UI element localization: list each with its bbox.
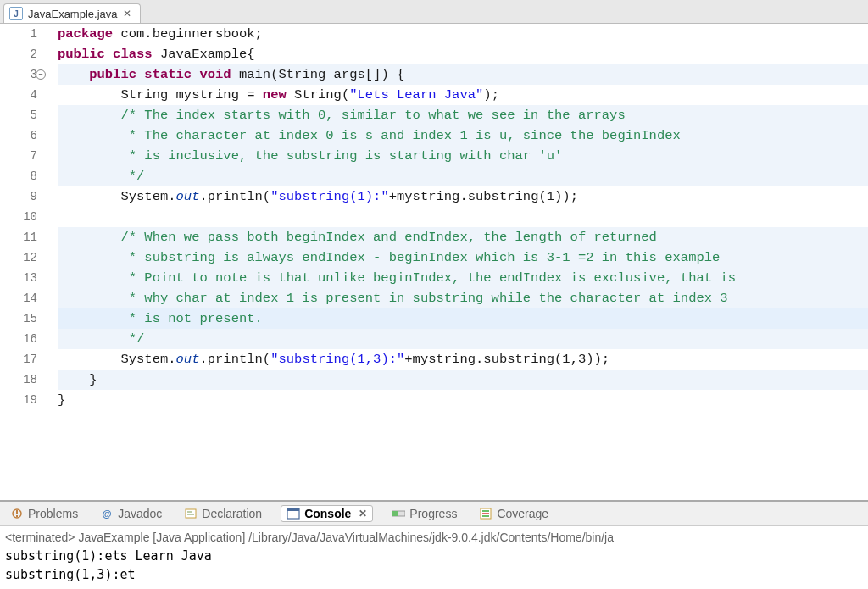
code-content[interactable]: package com.beginnersbook;public class J…	[46, 24, 868, 500]
line-number-gutter: 123–45678910111213141516171819	[0, 24, 46, 500]
tab-label: Problems	[28, 507, 78, 520]
line-number: 13	[0, 268, 37, 288]
editor-area[interactable]: 123–45678910111213141516171819 package c…	[0, 24, 868, 500]
tab-progress[interactable]: Progress	[388, 505, 460, 522]
code-line[interactable]: * is not present.	[58, 308, 868, 329]
tab-declaration[interactable]: Declaration	[181, 505, 265, 522]
line-number: 6	[0, 125, 37, 146]
line-number: 11	[0, 227, 37, 247]
svg-rect-7	[287, 508, 299, 511]
code-line[interactable]: System.out.println("substring(1):"+mystr…	[58, 186, 868, 207]
tab-label: Coverage	[497, 507, 548, 520]
line-number: 9	[0, 186, 37, 207]
code-line[interactable]: * Point to note is that unlike beginInde…	[58, 268, 868, 288]
progress-icon	[392, 507, 405, 520]
line-number: 10	[0, 207, 37, 227]
code-line[interactable]: /* When we pass both beginIndex and endI…	[58, 227, 868, 247]
svg-rect-1	[16, 510, 18, 514]
svg-rect-9	[392, 511, 398, 516]
line-number: 12	[0, 247, 37, 268]
console-run-header: <terminated> JavaExample [Java Applicati…	[5, 528, 863, 547]
code-line[interactable]: }	[58, 390, 868, 410]
svg-rect-13	[482, 515, 489, 517]
console-icon	[287, 507, 300, 520]
line-number: 4	[0, 85, 37, 105]
line-number: 5	[0, 105, 37, 125]
line-number: 17	[0, 349, 37, 370]
close-icon[interactable]: ✕	[123, 8, 131, 19]
code-line[interactable]: * is inclusive, the substring is startin…	[58, 146, 868, 166]
line-number: 8	[0, 166, 37, 186]
view-tab-bar: Problems @ Javadoc Declaration Console ✕…	[0, 502, 868, 526]
bottom-panel: Problems @ Javadoc Declaration Console ✕…	[0, 500, 868, 589]
console-body[interactable]: <terminated> JavaExample [Java Applicati…	[0, 526, 868, 589]
code-line[interactable]: */	[58, 329, 868, 349]
line-number: 2	[0, 44, 37, 64]
line-number: 18	[0, 370, 37, 390]
tab-label: Javadoc	[118, 507, 162, 520]
tab-label: Console	[304, 507, 351, 520]
line-number: 16	[0, 329, 37, 349]
javadoc-icon: @	[100, 507, 114, 520]
tab-label: Progress	[409, 507, 457, 520]
line-number: 14	[0, 288, 37, 308]
problems-icon	[10, 507, 24, 520]
code-line[interactable]: * The character at index 0 is s and inde…	[58, 125, 868, 146]
code-line[interactable]: System.out.println("substring(1,3):"+mys…	[58, 349, 868, 370]
fold-toggle-icon[interactable]: –	[36, 69, 46, 80]
editor-tab-bar: J JavaExample.java ✕	[0, 0, 868, 24]
code-line[interactable]: * why char at index 1 is present in subs…	[58, 288, 868, 308]
code-line[interactable]: /* The index starts with 0, similar to w…	[58, 105, 868, 125]
code-line[interactable]	[58, 207, 868, 227]
tab-console[interactable]: Console ✕	[281, 505, 373, 522]
tab-javadoc[interactable]: @ Javadoc	[97, 505, 165, 522]
code-line[interactable]: public static void main(String args[]) {	[58, 64, 868, 85]
close-icon[interactable]: ✕	[359, 508, 367, 520]
svg-rect-11	[482, 510, 489, 512]
svg-rect-12	[482, 513, 489, 514]
code-line[interactable]: */	[58, 166, 868, 186]
tab-coverage[interactable]: Coverage	[476, 505, 552, 522]
coverage-icon	[479, 507, 492, 520]
line-number: 15	[0, 308, 37, 329]
line-number: 1	[0, 24, 37, 44]
console-output-line: substring(1,3):et	[5, 565, 863, 584]
svg-rect-2	[16, 515, 18, 517]
console-output-line: substring(1):ets Learn Java	[5, 547, 863, 565]
line-number: 3–	[0, 64, 37, 85]
java-file-icon: J	[9, 7, 23, 20]
line-number: 7	[0, 146, 37, 166]
tab-problems[interactable]: Problems	[7, 505, 81, 522]
code-line[interactable]: * substring is always endIndex - beginIn…	[58, 247, 868, 268]
code-line[interactable]: String mystring = new String("Lets Learn…	[58, 85, 868, 105]
declaration-icon	[184, 507, 198, 520]
editor-tab[interactable]: J JavaExample.java ✕	[3, 3, 141, 23]
tab-label: Declaration	[202, 507, 262, 520]
code-line[interactable]: public class JavaExample{	[58, 44, 868, 64]
code-line[interactable]: }	[58, 370, 868, 390]
editor-tab-title: JavaExample.java	[28, 8, 118, 20]
code-line[interactable]: package com.beginnersbook;	[58, 24, 868, 44]
svg-rect-3	[186, 509, 196, 518]
line-number: 19	[0, 390, 37, 410]
